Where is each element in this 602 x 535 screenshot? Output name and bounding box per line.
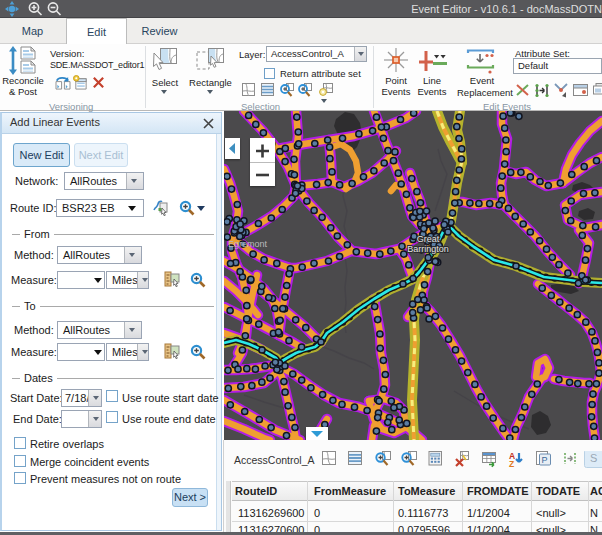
svg-text:Barrington: Barrington [407,244,449,254]
svg-text:Egremont: Egremont [228,239,268,249]
svg-text:Great: Great [417,234,440,244]
svg-text:S: S [590,452,597,464]
svg-text:Z: Z [509,459,514,469]
svg-text:P: P [542,455,548,465]
